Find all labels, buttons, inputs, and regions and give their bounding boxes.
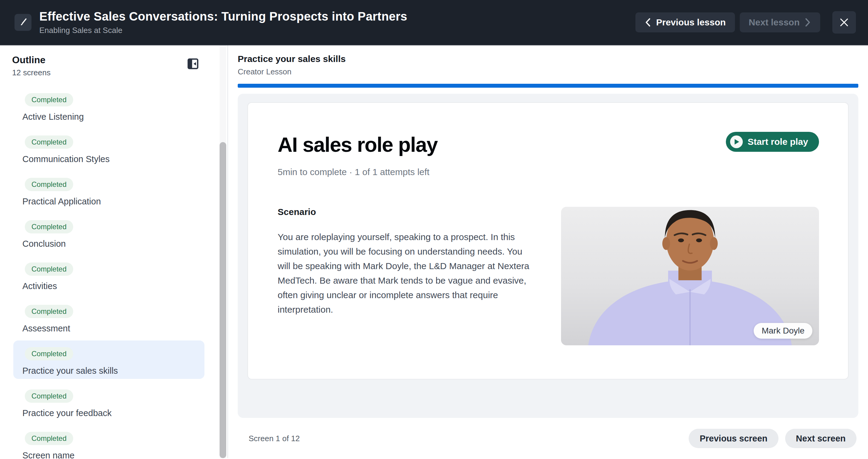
outline-item-label: Screen name [22, 451, 195, 459]
outline-item[interactable]: Completed Conclusion [13, 213, 205, 252]
main-content: Practice your sales skills Creator Lesso… [228, 45, 868, 458]
scenario-text: You are roleplaying yourself, speaking t… [278, 230, 533, 317]
outline-item[interactable]: Completed Practice your sales skills [13, 340, 205, 379]
page-title: Practice your sales skills [238, 54, 858, 64]
status-badge: Completed [25, 135, 73, 149]
outline-item[interactable]: Completed Screen name [13, 425, 205, 459]
persona-image: Mark Doyle [561, 207, 819, 345]
outline-item[interactable]: Completed Practical Application [13, 171, 205, 210]
outline-item-label: Assessment [22, 324, 195, 334]
previous-lesson-label: Previous lesson [656, 17, 725, 28]
activity-meta: 5min to complete · 1 of 1 attempts left [278, 167, 438, 177]
status-badge: Completed [25, 305, 73, 318]
outline-item-label: Practice your feedback [22, 408, 195, 418]
topbar-actions: Previous lesson Next lesson [636, 11, 856, 34]
activity-card: AI sales role play 5min to complete · 1 … [247, 102, 849, 379]
persona-name-badge: Mark Doyle [754, 323, 812, 339]
screen-counter: Screen 1 of 12 [249, 434, 300, 443]
status-badge: Completed [25, 220, 73, 234]
brush-icon [14, 14, 31, 31]
outline-item-label: Conclusion [22, 239, 195, 249]
course-brand: Effective Sales Conversations: Turning P… [14, 10, 407, 35]
progress-fill [238, 84, 858, 88]
outline-sidebar: Outline 12 screens Completed Active List… [0, 45, 228, 458]
outline-list: Completed Active Listening Completed Com… [0, 87, 227, 459]
outline-item[interactable]: Completed Practice your feedback [13, 383, 205, 421]
chevron-right-icon [805, 18, 811, 27]
screen-footer: Screen 1 of 12 Previous screen Next scre… [238, 429, 858, 448]
lesson-title: Effective Sales Conversations: Turning P… [39, 10, 407, 23]
previous-lesson-button[interactable]: Previous lesson [636, 12, 735, 32]
close-button[interactable] [832, 11, 856, 34]
next-lesson-button[interactable]: Next lesson [740, 12, 820, 32]
start-role-play-button[interactable]: Start role play [726, 132, 819, 152]
status-badge: Completed [25, 432, 73, 445]
next-screen-button[interactable]: Next screen [785, 429, 857, 448]
next-lesson-label: Next lesson [749, 17, 800, 28]
chevron-left-icon [645, 18, 651, 27]
outline-item-label: Active Listening [22, 112, 195, 122]
collapse-panel-icon [186, 57, 199, 71]
outline-item-label: Communication Styles [22, 154, 195, 164]
outline-item[interactable]: Completed Assessment [13, 298, 205, 337]
close-icon [838, 17, 850, 28]
status-badge: Completed [25, 347, 73, 361]
outline-item[interactable]: Completed Active Listening [13, 87, 205, 125]
outline-item-label: Practice your sales skills [22, 366, 195, 376]
top-header: Effective Sales Conversations: Turning P… [0, 0, 868, 45]
start-role-play-label: Start role play [748, 137, 808, 147]
lesson-progress-bar [238, 84, 858, 88]
status-badge: Completed [25, 178, 73, 191]
outline-item[interactable]: Completed Communication Styles [13, 129, 205, 167]
lesson-subtitle: Enabling Sales at Scale [39, 26, 407, 35]
previous-screen-button[interactable]: Previous screen [689, 429, 778, 448]
scenario-heading: Scenario [278, 207, 533, 217]
outline-item-label: Practical Application [22, 196, 195, 207]
status-badge: Completed [25, 263, 73, 276]
status-badge: Completed [25, 390, 73, 403]
collapse-sidebar-button[interactable] [185, 56, 201, 72]
page-subtitle: Creator Lesson [238, 67, 858, 76]
sidebar-scrollbar[interactable] [220, 45, 226, 458]
screen-panel: AI sales role play 5min to complete · 1 … [238, 94, 858, 418]
sidebar-scrollbar-thumb[interactable] [220, 142, 226, 458]
activity-title: AI sales role play [278, 133, 438, 157]
play-icon [730, 135, 743, 148]
status-badge: Completed [25, 93, 73, 106]
outline-item[interactable]: Completed Activities [13, 256, 205, 294]
outline-item-label: Activities [22, 281, 195, 291]
